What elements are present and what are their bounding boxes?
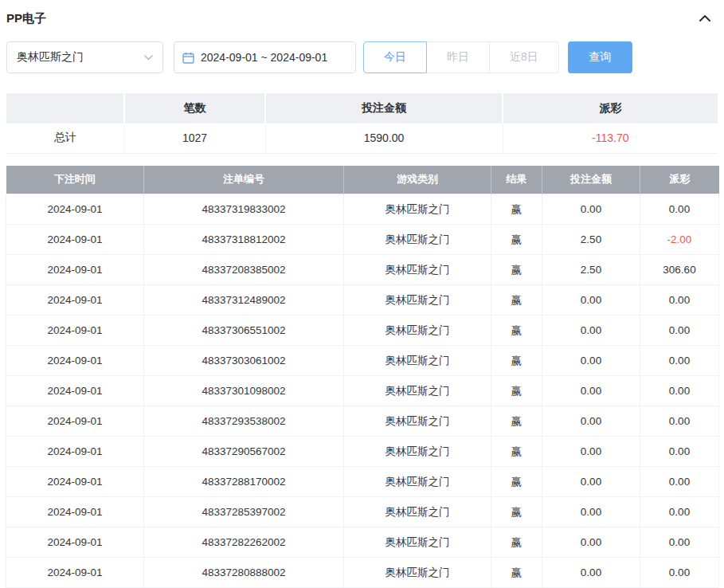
table-cell: 48337301098002 [144,376,344,406]
table-cell: 2024-09-01 [6,225,144,255]
quick-range-group: 今日昨日近8日 [363,41,559,73]
bet-table-header-row: 下注时间 注单编号 游戏类别 结果 投注金额 派彩 [6,166,719,194]
table-row: 2024-09-0148337303061002奥林匹斯之门赢0.000.00 [6,346,719,376]
table-row: 2024-09-0148337290567002奥林匹斯之门赢0.000.00 [6,437,719,467]
table-cell: 奥林匹斯之门 [344,194,491,225]
table-cell: 2024-09-01 [6,558,144,588]
table-cell: 48337293538002 [144,406,344,437]
table-cell: 奥林匹斯之门 [344,467,491,497]
summary-bet-amount-value: 1590.00 [265,123,503,153]
table-cell: 2.50 [542,225,640,255]
table-cell: 赢 [491,437,542,467]
table-cell: 0.00 [640,285,719,316]
table-cell: 赢 [491,316,542,346]
table-cell: 0.00 [640,558,719,588]
table-cell: 48337312489002 [144,285,344,316]
table-cell: 奥林匹斯之门 [344,437,491,467]
table-row: 2024-09-0148337318812002奥林匹斯之门赢2.50-2.00 [6,225,719,255]
table-cell: 0.00 [542,437,640,467]
date-range-input[interactable]: 2024-09-01 ~ 2024-09-01 [174,41,356,73]
bet-table: 下注时间 注单编号 游戏类别 结果 投注金额 派彩 2024-09-014833… [6,166,719,588]
summary-table: 笔数 投注金额 派彩 总计 1027 1590.00 -113.70 [6,93,718,154]
table-cell: 306.60 [640,255,719,285]
header-order-id: 注单编号 [144,166,344,194]
table-cell: 0.00 [640,406,719,437]
header-bet-time: 下注时间 [6,166,144,194]
table-row: 2024-09-0148337319833002奥林匹斯之门赢0.000.00 [6,194,719,225]
table-cell: 0.00 [640,437,719,467]
table-cell: 奥林匹斯之门 [344,527,491,558]
table-cell: 48337280888002 [144,558,344,588]
summary-payout-value: -113.70 [503,123,718,153]
table-cell: 赢 [491,194,542,225]
table-cell: 0.00 [542,346,640,376]
header-payout: 派彩 [640,166,719,194]
table-row: 2024-09-0148337293538002奥林匹斯之门赢0.000.00 [6,406,719,437]
table-cell: 0.00 [542,285,640,316]
table-cell: 奥林匹斯之门 [344,406,491,437]
summary-total-label: 总计 [6,123,124,153]
table-cell: 赢 [491,527,542,558]
game-select-value: 奥林匹斯之门 [17,50,84,65]
table-cell: 赢 [491,558,542,588]
table-row: 2024-09-0148337301098002奥林匹斯之门赢0.000.00 [6,376,719,406]
table-row: 2024-09-0148337288170002奥林匹斯之门赢0.000.00 [6,467,719,497]
table-cell: 奥林匹斯之门 [344,376,491,406]
table-cell: 赢 [491,346,542,376]
table-cell: -2.00 [640,225,719,255]
chevron-up-icon[interactable] [697,10,713,26]
table-cell: 48337306551002 [144,316,344,346]
table-cell: 奥林匹斯之门 [344,285,491,316]
table-cell: 0.00 [542,467,640,497]
table-cell: 赢 [491,225,542,255]
table-row: 2024-09-0148337306551002奥林匹斯之门赢0.000.00 [6,316,719,346]
table-cell: 0.00 [542,406,640,437]
table-cell: 0.00 [542,194,640,225]
table-cell: 赢 [491,376,542,406]
table-cell: 赢 [491,497,542,527]
panel-header: PP电子 [6,8,718,29]
table-cell: 2024-09-01 [6,255,144,285]
table-cell: 0.00 [640,467,719,497]
table-cell: 48337319833002 [144,194,344,225]
table-cell: 0.00 [640,346,719,376]
game-select[interactable]: 奥林匹斯之门 [6,41,163,73]
table-cell: 赢 [491,406,542,437]
table-cell: 2024-09-01 [6,376,144,406]
query-button[interactable]: 查询 [568,41,632,73]
summary-header-row: 笔数 投注金额 派彩 [6,93,718,123]
header-result: 结果 [491,166,542,194]
quick-button-1[interactable]: 昨日 [426,41,490,73]
table-cell: 0.00 [542,316,640,346]
table-cell: 2024-09-01 [6,406,144,437]
summary-header-payout: 派彩 [503,93,718,123]
summary-total-row: 总计 1027 1590.00 -113.70 [6,123,718,153]
table-cell: 2024-09-01 [6,285,144,316]
table-cell: 0.00 [640,376,719,406]
table-cell: 奥林匹斯之门 [344,316,491,346]
table-row: 2024-09-0148337208385002奥林匹斯之门赢2.50306.6… [6,255,719,285]
table-row: 2024-09-0148337285397002奥林匹斯之门赢0.000.00 [6,497,719,527]
table-cell: 0.00 [542,376,640,406]
table-cell: 奥林匹斯之门 [344,497,491,527]
chevron-down-icon [144,55,153,61]
table-cell: 48337208385002 [144,255,344,285]
table-cell: 48337288170002 [144,467,344,497]
table-cell: 48337285397002 [144,497,344,527]
quick-button-0[interactable]: 今日 [363,41,427,73]
summary-header-blank [6,93,124,123]
table-cell: 2024-09-01 [6,467,144,497]
table-cell: 2024-09-01 [6,194,144,225]
header-game-type: 游戏类别 [344,166,491,194]
table-cell: 奥林匹斯之门 [344,225,491,255]
panel-title: PP电子 [6,11,46,26]
table-cell: 0.00 [542,497,640,527]
table-row: 2024-09-0148337280888002奥林匹斯之门赢0.000.00 [6,558,719,588]
table-cell: 2024-09-01 [6,346,144,376]
table-cell: 奥林匹斯之门 [344,255,491,285]
quick-button-2[interactable]: 近8日 [489,41,559,73]
table-cell: 0.00 [640,497,719,527]
header-bet-amount: 投注金额 [542,166,640,194]
bet-table-body: 2024-09-0148337319833002奥林匹斯之门赢0.000.002… [6,194,719,588]
table-row: 2024-09-0148337282262002奥林匹斯之门赢0.000.00 [6,527,719,558]
